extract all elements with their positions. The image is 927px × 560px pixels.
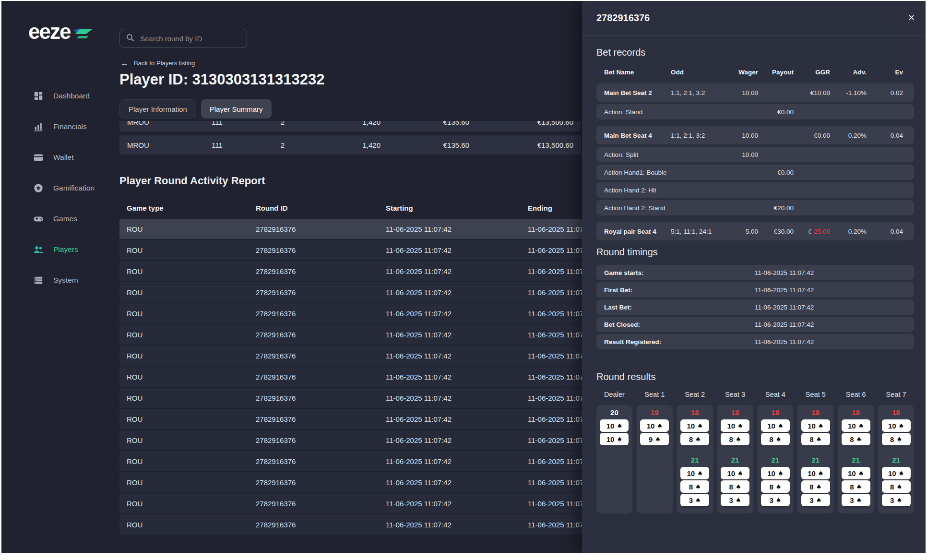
- bet-name: Main Bet Seat 4: [604, 132, 671, 139]
- table-cell: 11-06-2025 11:07:42: [386, 521, 528, 529]
- table-cell: 2782916376: [256, 288, 386, 297]
- timing-value: 11-06-2025 11:07:42: [755, 269, 814, 276]
- spade-suit-icon: ♠: [737, 422, 743, 429]
- playing-card: 8♠: [842, 433, 870, 445]
- table-cell: 11-06-2025 11:07:42: [386, 352, 528, 360]
- playing-card: 10♠: [761, 467, 790, 479]
- table-cell: 2782916376: [256, 457, 386, 465]
- card-rank: 9: [649, 435, 653, 443]
- sidebar-item-gamification[interactable]: Gamification: [1, 173, 114, 203]
- playing-card: 10♠: [721, 419, 749, 432]
- search-icon: [126, 34, 134, 43]
- bet-row: Action Hand 2: Hit: [596, 182, 914, 198]
- hand-score: 18: [758, 408, 794, 417]
- playing-card: 8♠: [882, 433, 911, 445]
- bet-payout: €0.00: [758, 108, 794, 116]
- card-rank: 8: [850, 435, 854, 443]
- card-rank: 8: [769, 435, 773, 443]
- sidebar-item-games[interactable]: Games: [1, 203, 114, 234]
- playing-card: 10♠: [801, 467, 830, 479]
- playing-card: 8♠: [761, 480, 790, 493]
- server-list-icon: [33, 275, 44, 286]
- tab-player-information[interactable]: Player Information: [119, 99, 196, 119]
- card-rank: 10: [647, 422, 655, 430]
- table-cell: ROU: [127, 500, 256, 508]
- spade-suit-icon: ♠: [736, 436, 741, 443]
- card-rank: 8: [729, 435, 733, 443]
- table-cell: ROU: [127, 352, 256, 360]
- search-input[interactable]: [139, 34, 240, 43]
- spade-suit-icon: ♠: [697, 470, 703, 477]
- column-header: Game type: [127, 204, 256, 212]
- table-cell: ROU: [127, 478, 256, 487]
- timing-label: Game starts:: [604, 269, 644, 276]
- card-rank: 3: [809, 496, 813, 504]
- sidebar-item-financials[interactable]: Financials: [1, 111, 114, 142]
- timing-row: Last Bet:11-06-2025 11:07:42: [596, 299, 914, 315]
- card-rank: 3: [729, 496, 733, 504]
- currency-symbol: €: [808, 228, 812, 235]
- table-cell: 2782916376: [256, 331, 386, 339]
- ggr-value: -25.00: [812, 228, 830, 235]
- bet-name: Royal pair Seat 4: [604, 228, 671, 235]
- card-rank: 3: [850, 496, 854, 504]
- timing-value: 11-06-2025 11:07:42: [755, 321, 814, 328]
- timing-value: 11-06-2025 11:07:42: [755, 338, 814, 346]
- timing-row: First Bet:11-06-2025 11:07:42: [596, 282, 914, 298]
- sidebar-item-wallet[interactable]: Wallet: [1, 142, 114, 173]
- table-cell: 11-06-2025 11:07:42: [386, 373, 528, 381]
- playing-card: 8♠: [801, 433, 830, 445]
- spade-suit-icon: ♠: [617, 422, 622, 429]
- card-rank: 3: [769, 496, 773, 504]
- sidebar-item-dashboard[interactable]: Dashboard: [1, 81, 114, 111]
- playing-card: 10♠: [882, 419, 911, 432]
- tab-player-summary[interactable]: Player Summary: [201, 99, 272, 119]
- playing-card: 8♠: [801, 480, 830, 493]
- seat-label: Seat 1: [637, 391, 673, 398]
- column-header: Bet Name: [604, 69, 671, 76]
- bet-ev: 0.02: [867, 89, 903, 96]
- hand-score: 18: [878, 408, 914, 417]
- seat-label: Seat 5: [797, 391, 833, 398]
- bet-name: Action Hand 2: Hit: [604, 187, 719, 194]
- playing-card: 10♠: [640, 419, 669, 432]
- tabs: Player Information Player Summary: [119, 99, 272, 119]
- playing-card: 3♠: [680, 494, 709, 506]
- back-link[interactable]: ← Back to Players listing: [120, 60, 195, 67]
- bet-row: Main Bet Seat 41:1, 2:1, 3:210.00€0.000.…: [596, 126, 914, 144]
- spade-suit-icon: ♠: [856, 436, 862, 443]
- logo[interactable]: eeze: [28, 22, 93, 41]
- sidebar: eeze DashboardFinancialsWalletGamificati…: [1, 1, 114, 553]
- spade-suit-icon: ♠: [858, 422, 864, 429]
- card-rank: 10: [727, 422, 735, 430]
- hand-score: 21: [677, 456, 713, 464]
- playing-card: 3♠: [882, 494, 911, 506]
- sidebar-nav: DashboardFinancialsWalletGamificationGam…: [1, 81, 114, 296]
- playing-card: 10♠: [721, 467, 749, 479]
- seat-column: 1810♠8♠2110♠8♠3♠: [758, 405, 794, 513]
- bet-row: Action: Stand€0.00: [596, 104, 914, 119]
- divider: [582, 36, 926, 36]
- table-cell: ROU: [127, 246, 256, 254]
- spade-suit-icon: ♠: [858, 470, 864, 477]
- summary-cell: €135.60: [380, 141, 469, 149]
- card-rank: 10: [687, 422, 695, 430]
- badge-star-icon: [33, 183, 44, 193]
- bet-adv: 0.20%: [830, 132, 867, 139]
- close-icon[interactable]: ✕: [908, 12, 915, 23]
- table-cell: ROU: [127, 225, 256, 233]
- spade-suit-icon: ♠: [816, 497, 822, 504]
- round-results-title: Round results: [596, 371, 655, 382]
- sidebar-item-system[interactable]: System: [1, 265, 114, 296]
- spade-suit-icon: ♠: [896, 436, 902, 443]
- sidebar-item-players[interactable]: Players: [1, 234, 114, 265]
- table-cell: 11-06-2025 11:07:42: [386, 436, 528, 444]
- spade-suit-icon: ♠: [655, 436, 661, 443]
- bet-records-title: Bet records: [596, 47, 645, 58]
- table-cell: 11-06-2025 11:07:42: [386, 267, 528, 275]
- wallet-icon: [33, 152, 44, 163]
- column-header: Payout: [758, 69, 794, 76]
- spade-suit-icon: ♠: [736, 497, 741, 504]
- report-title: Player Round Activity Report: [119, 175, 265, 187]
- summary-cell: MROU: [127, 121, 212, 126]
